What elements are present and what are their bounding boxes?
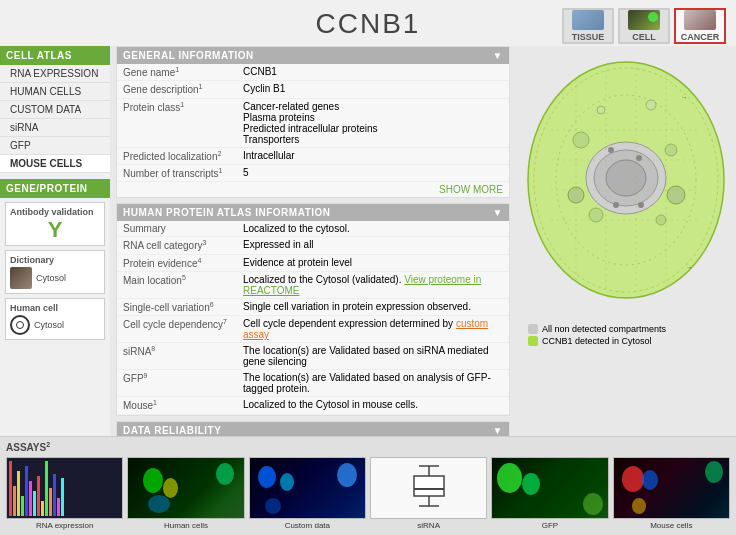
main-location-label: Main location5 (117, 271, 237, 298)
mouse-value: Localized to the Cytosol in mouse cells. (237, 397, 509, 414)
protein-class-label: Protein class1 (117, 98, 237, 147)
general-info-table: Gene name1 CCNB1 Gene description1 Cycli… (117, 64, 509, 182)
assay-rna-expression[interactable]: RNA expression (6, 457, 123, 530)
table-row: Protein class1 Cancer-related genesPlasm… (117, 98, 509, 147)
cell-circle-inner (16, 321, 24, 329)
table-row: Mouse1 Localized to the Cytosol in mouse… (117, 397, 509, 414)
center-content: GENERAL INFORMATION ▼ Gene name1 CCNB1 G… (110, 46, 516, 436)
mouse-label: Mouse1 (117, 397, 237, 414)
antibody-y-icon: Y (10, 219, 100, 241)
num-transcripts-value: 5 (237, 164, 509, 181)
svg-point-14 (608, 147, 614, 153)
top-tabs: TISSUE CELL CANCER (562, 8, 726, 44)
assay-human-cells[interactable]: Human cells (127, 457, 244, 530)
table-row: Cell cycle dependency7 Cell cycle depend… (117, 316, 509, 343)
svg-point-16 (613, 202, 619, 208)
right-panel: → → All non detected compartments CCNB1 … (516, 46, 736, 436)
table-row: RNA cell category3 Expressed in all (117, 237, 509, 254)
legend-item-cytosol: CCNB1 detected in Cytosol (528, 336, 724, 346)
assay-mouse-cells-label: Mouse cells (650, 521, 692, 530)
sidebar-item-human-cells[interactable]: HUMAN CELLS (0, 83, 110, 101)
assay-custom-data[interactable]: Custom data (249, 457, 366, 530)
sirna-thumb (370, 457, 487, 519)
sirna-label: siRNA8 (117, 343, 237, 370)
svg-point-17 (638, 202, 644, 208)
svg-point-12 (667, 186, 685, 204)
table-row: siRNA8 The location(s) are Validated bas… (117, 343, 509, 370)
cell-cycle-label: Cell cycle dependency7 (117, 316, 237, 343)
pred-loc-value: Intracellular (237, 147, 509, 164)
main-layout: CELL ATLAS RNA EXPRESSION HUMAN CELLS CU… (0, 46, 736, 436)
cell-visualization: → → (521, 50, 731, 320)
single-cell-label: Single-cell variation6 (117, 298, 237, 315)
svg-point-10 (597, 106, 605, 114)
assays-title: ASSAYS2 (6, 441, 730, 453)
rna-cat-value: Expressed in all (237, 237, 509, 254)
assay-mouse-cells[interactable]: Mouse cells (613, 457, 730, 530)
svg-point-6 (573, 132, 589, 148)
rna-chart (6, 457, 123, 519)
assays-row: RNA expression Human cells Custom data (6, 457, 730, 530)
hpa-info-icon: ▼ (493, 207, 503, 218)
cell-circle-icon (10, 315, 30, 335)
dictionary-box: Dictionary Cytosol (5, 250, 105, 294)
human-cell-row: Cytosol (10, 315, 100, 335)
cell-cycle-value: Cell cycle dependent expression determin… (237, 316, 509, 343)
gene-name-label: Gene name1 (117, 64, 237, 81)
sidebar-item-custom-data[interactable]: CUSTOM DATA (0, 101, 110, 119)
tab-tissue[interactable]: TISSUE (562, 8, 614, 44)
hpa-info-section: HUMAN PROTEIN ATLAS INFORMATION ▼ Summar… (116, 203, 510, 415)
gfp-thumb (491, 457, 608, 519)
summary-value: Localized to the cytosol. (237, 221, 509, 237)
dictionary-value: Cytosol (36, 273, 66, 283)
table-row: Gene name1 CCNB1 (117, 64, 509, 81)
tab-cancer[interactable]: CANCER (674, 8, 726, 44)
reliability-title: DATA RELIABILITY (123, 425, 221, 436)
table-row: GFP9 The location(s) are Validated based… (117, 370, 509, 397)
table-row: Protein evidence4 Evidence at protein le… (117, 254, 509, 271)
protein-evidence-value: Evidence at protein level (237, 254, 509, 271)
svg-text:→: → (681, 94, 688, 101)
table-row: Predicted localization2 Intracellular (117, 147, 509, 164)
gene-desc-label: Gene description1 (117, 81, 237, 98)
table-row: Summary Localized to the cytosol. (117, 221, 509, 237)
sidebar-item-rna-expression[interactable]: RNA EXPRESSION (0, 65, 110, 83)
assay-gfp-label: GFP (542, 521, 558, 530)
cell-legend: All non detected compartments CCNB1 dete… (520, 320, 732, 352)
svg-point-11 (646, 100, 656, 110)
legend-item-undetected: All non detected compartments (528, 324, 724, 334)
reliability-icon: ▼ (493, 425, 503, 436)
hpa-info-title: HUMAN PROTEIN ATLAS INFORMATION (123, 207, 331, 218)
sidebar: CELL ATLAS RNA EXPRESSION HUMAN CELLS CU… (0, 46, 110, 436)
assays-section: ASSAYS2 RNA expression (0, 436, 736, 535)
assay-rna-label: RNA expression (36, 521, 93, 530)
hpa-info-header: HUMAN PROTEIN ATLAS INFORMATION ▼ (117, 204, 509, 221)
general-info-icon: ▼ (493, 50, 503, 61)
sidebar-item-sirna[interactable]: siRNA (0, 119, 110, 137)
assay-sirna[interactable]: siRNA (370, 457, 487, 530)
assay-custom-data-label: Custom data (285, 521, 330, 530)
single-cell-value: Single cell variation in protein express… (237, 298, 509, 315)
cell-atlas-title: CELL ATLAS (0, 46, 110, 65)
gene-desc-value: Cyclin B1 (237, 81, 509, 98)
gene-name-value: CCNB1 (237, 64, 509, 81)
num-transcripts-label: Number of transcripts1 (117, 164, 237, 181)
protein-class-value: Cancer-related genesPlasma proteinsPredi… (237, 98, 509, 147)
tissue-tab-image (572, 10, 604, 30)
assay-gfp[interactable]: GFP (491, 457, 608, 530)
legend-dot-undetected (528, 324, 538, 334)
table-row: Single-cell variation6 Single cell varia… (117, 298, 509, 315)
antibody-validation-box: Antibody validation Y (5, 202, 105, 246)
svg-point-5 (606, 160, 646, 196)
svg-point-7 (665, 144, 677, 156)
sidebar-item-mouse-cells[interactable]: MOUSE CELLS (0, 155, 110, 173)
general-info-show-more[interactable]: SHOW MORE (117, 182, 509, 197)
svg-rect-29 (414, 476, 444, 496)
antibody-validation-label: Antibody validation (10, 207, 100, 217)
cell-svg: → → (521, 50, 731, 320)
mouse-cells-thumb (613, 457, 730, 519)
tab-cell[interactable]: CELL (618, 8, 670, 44)
legend-label-undetected: All non detected compartments (542, 324, 666, 334)
sidebar-item-gfp[interactable]: GFP (0, 137, 110, 155)
rna-cat-label: RNA cell category3 (117, 237, 237, 254)
